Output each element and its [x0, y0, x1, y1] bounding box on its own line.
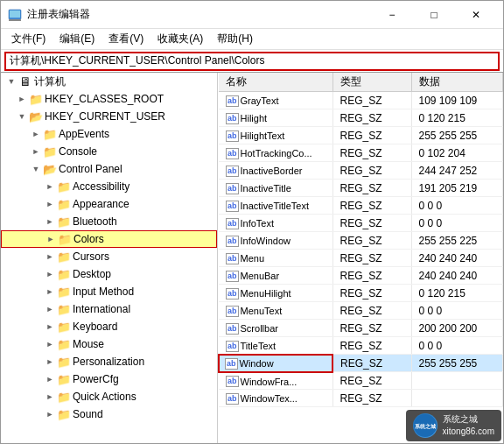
ab-icon: ab MenuHilight: [226, 288, 291, 300]
reg-name-cell: ab Menu: [219, 250, 332, 267]
window-title: 注册表编辑器: [27, 7, 90, 22]
reg-name-cell: ab MenuText: [219, 302, 332, 320]
mouse-label: Mouse: [73, 338, 104, 350]
keyboard-expand-icon: ►: [43, 320, 57, 334]
powercfg-folder-icon: 📁: [57, 372, 71, 386]
watermark-text: 系统之城 xitong86.com: [443, 413, 494, 438]
tree-item-colors[interactable]: ► 📁 Colors: [1, 230, 217, 248]
colors-label: Colors: [74, 233, 104, 245]
svg-text:系统之城: 系统之城: [415, 423, 437, 429]
address-input[interactable]: [4, 52, 500, 71]
hkcu-label: HKEY_CURRENT_USER: [45, 110, 165, 123]
personalization-label: Personalization: [73, 356, 144, 368]
tree-item-international[interactable]: ► 📁 International: [1, 300, 217, 318]
minimize-button[interactable]: −: [372, 1, 412, 29]
table-row[interactable]: ab InactiveTitleTextREG_SZ0 0 0: [219, 197, 503, 215]
tree-item-hkcu[interactable]: ▼ 📂 HKEY_CURRENT_USER: [1, 108, 217, 125]
powercfg-expand-icon: ►: [43, 372, 57, 386]
tree-item-sound[interactable]: ► 📁 Sound: [1, 405, 217, 423]
keyboard-folder-icon: 📁: [57, 320, 71, 334]
quickactions-label: Quick Actions: [73, 391, 136, 403]
table-row[interactable]: ab InfoTextREG_SZ0 0 0: [219, 215, 503, 232]
quickactions-expand-icon: ►: [43, 390, 57, 404]
tree-item-powercfg[interactable]: ► 📁 PowerCfg: [1, 370, 217, 388]
colors-folder-icon: 📁: [58, 232, 72, 246]
menu-help[interactable]: 帮助(H): [210, 30, 260, 48]
reg-type-cell: REG_SZ: [332, 92, 411, 109]
tree-item-hkcr[interactable]: ► 📁 HKEY_CLASSES_ROOT: [1, 90, 217, 108]
keyboard-label: Keyboard: [73, 321, 117, 333]
close-button[interactable]: ✕: [456, 1, 496, 29]
col-header-data[interactable]: 数据: [411, 73, 503, 92]
table-row[interactable]: ab ScrollbarREG_SZ200 200 200: [219, 320, 503, 337]
maximize-button[interactable]: □: [414, 1, 454, 29]
table-row[interactable]: ab TitleTextREG_SZ0 0 0: [219, 337, 503, 355]
reg-type-cell: REG_SZ: [332, 232, 411, 250]
personalization-folder-icon: 📁: [57, 355, 71, 369]
international-label: International: [73, 303, 130, 315]
table-row[interactable]: ab MenuBarREG_SZ240 240 240: [219, 267, 503, 285]
tree-item-desktop[interactable]: ► 📁 Desktop: [1, 265, 217, 283]
tree-item-keyboard[interactable]: ► 📁 Keyboard: [1, 318, 217, 335]
table-row[interactable]: ab InactiveTitleREG_SZ191 205 219: [219, 180, 503, 197]
table-row[interactable]: ab MenuHilightREG_SZ0 120 215: [219, 285, 503, 302]
table-row[interactable]: ab MenuREG_SZ240 240 240: [219, 250, 503, 267]
table-row[interactable]: ab HilightREG_SZ0 120 215: [219, 109, 503, 127]
table-row[interactable]: ab WindowREG_SZ255 255 255: [219, 355, 503, 372]
tree-item-console[interactable]: ► 📁 Console: [1, 143, 217, 160]
menu-favorites[interactable]: 收藏夹(A): [150, 30, 210, 48]
tree-item-controlpanel[interactable]: ▼ 📂 Control Panel: [1, 160, 217, 178]
table-row[interactable]: ab WindowFra...REG_SZ: [219, 372, 503, 390]
registry-panel: 名称 类型 数据 ab GrayTextREG_SZ109 109 109ab …: [218, 73, 503, 443]
tree-item-bluetooth[interactable]: ► 📁 Bluetooth: [1, 213, 217, 230]
reg-name-cell: ab InactiveTitle: [219, 180, 332, 197]
table-row[interactable]: ab InfoWindowREG_SZ255 255 225: [219, 232, 503, 250]
watermark-line1: 系统之城: [443, 413, 494, 426]
appearance-label: Appearance: [73, 198, 130, 210]
app-icon: [8, 8, 22, 22]
reg-type-cell: REG_SZ: [332, 109, 411, 127]
table-row[interactable]: ab HotTrackingCo...REG_SZ0 102 204: [219, 144, 503, 162]
svg-rect-1: [10, 11, 20, 18]
reg-name-cell: ab InactiveTitleText: [219, 197, 332, 215]
reg-name-cell: ab GrayText: [219, 92, 332, 109]
hkcu-expand-icon: ▼: [15, 109, 29, 123]
tree-item-appevents[interactable]: ► 📁 AppEvents: [1, 125, 217, 143]
tree-item-appearance[interactable]: ► 📁 Appearance: [1, 195, 217, 213]
tree-item-inputmethod[interactable]: ► 📁 Input Method: [1, 283, 217, 300]
table-row[interactable]: ab WindowTex...REG_SZ: [219, 390, 503, 407]
cursors-folder-icon: 📁: [57, 250, 71, 264]
reg-data-cell: 0 120 215: [411, 109, 503, 127]
reg-name-cell: ab WindowFra...: [219, 372, 332, 390]
menu-edit[interactable]: 编辑(E): [52, 30, 102, 48]
reg-type-cell: REG_SZ: [332, 355, 411, 372]
tree-computer-root[interactable]: ▼ 🖥 计算机: [1, 73, 217, 90]
col-header-name[interactable]: 名称: [219, 73, 332, 92]
bluetooth-folder-icon: 📁: [57, 215, 71, 229]
ab-icon: ab HotTrackingCo...: [226, 148, 312, 159]
tree-item-personalization[interactable]: ► 📁 Personalization: [1, 353, 217, 370]
col-header-type[interactable]: 类型: [332, 73, 411, 92]
inputmethod-expand-icon: ►: [43, 285, 57, 299]
menu-view[interactable]: 查看(V): [102, 30, 150, 48]
table-row[interactable]: ab InactiveBorderREG_SZ244 247 252: [219, 162, 503, 180]
sound-label: Sound: [73, 408, 103, 420]
tree-item-mouse[interactable]: ► 📁 Mouse: [1, 335, 217, 353]
cursors-expand-icon: ►: [43, 250, 57, 264]
menu-bar: 文件(F) 编辑(E) 查看(V) 收藏夹(A) 帮助(H): [1, 29, 503, 50]
tree-item-cursors[interactable]: ► 📁 Cursors: [1, 248, 217, 265]
reg-name-cell: ab Hilight: [219, 109, 332, 127]
tree-panel: ▼ 🖥 计算机 ► 📁 HKEY_CLASSES_ROOT ▼ 📂 HKEY_C…: [1, 73, 218, 443]
reg-data-cell: 200 200 200: [411, 320, 503, 337]
table-row[interactable]: ab HilightTextREG_SZ255 255 255: [219, 127, 503, 144]
table-row[interactable]: ab MenuTextREG_SZ0 0 0: [219, 302, 503, 320]
ab-icon: ab InfoText: [226, 218, 274, 229]
table-row[interactable]: ab GrayTextREG_SZ109 109 109: [219, 92, 503, 109]
tree-item-quickactions[interactable]: ► 📁 Quick Actions: [1, 388, 217, 405]
reg-data-cell: 0 0 0: [411, 215, 503, 232]
tree-item-accessibility[interactable]: ► 📁 Accessibility: [1, 178, 217, 195]
inputmethod-folder-icon: 📁: [57, 285, 71, 299]
watermark: 系统之城 系统之城 xitong86.com: [406, 410, 501, 441]
ab-icon: ab HilightText: [226, 130, 284, 142]
menu-file[interactable]: 文件(F): [4, 30, 52, 48]
